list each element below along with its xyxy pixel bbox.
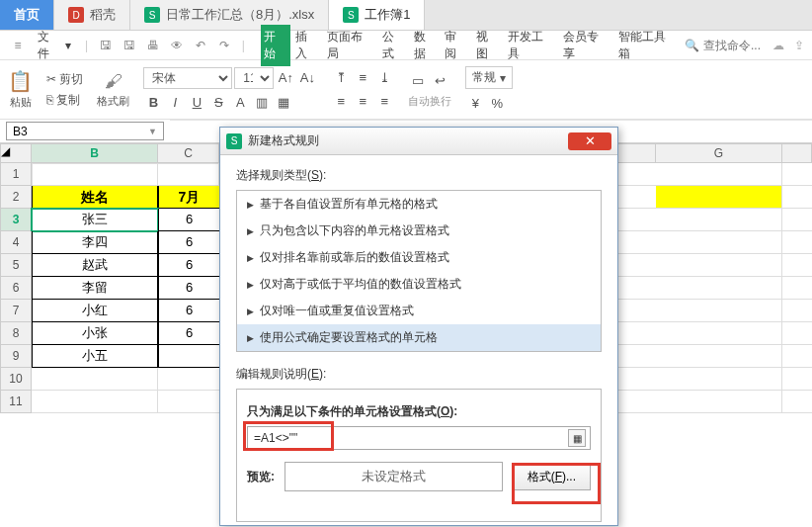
bold-button[interactable]: B <box>143 93 163 113</box>
cloud-icon[interactable]: ☁ <box>772 39 784 52</box>
tab-daoke[interactable]: D 稻壳 <box>54 0 130 30</box>
redo-icon[interactable]: ↷ <box>214 36 234 55</box>
ribbon-tab-dev[interactable]: 开发工具 <box>505 25 558 66</box>
wrap-icon[interactable]: ↩ <box>430 70 449 90</box>
undo-icon[interactable]: ↶ <box>191 36 210 55</box>
align-top-icon[interactable]: ⤒ <box>331 68 351 88</box>
fill-color-button[interactable]: ▥ <box>252 93 272 113</box>
cell[interactable] <box>656 277 782 300</box>
range-picker-icon[interactable]: ▦ <box>568 429 586 447</box>
font-select[interactable]: 宋体 <box>143 67 232 89</box>
percent-button[interactable]: % <box>487 93 507 113</box>
cell[interactable] <box>158 345 219 368</box>
select-all-corner[interactable]: ◢ <box>0 143 32 163</box>
font-color-button[interactable]: A <box>230 93 250 113</box>
align-right-icon[interactable]: ≡ <box>374 92 394 112</box>
cell[interactable]: 李留 <box>32 277 158 300</box>
ribbon-tab-layout[interactable]: 页面布局 <box>324 25 377 66</box>
col-header-C[interactable]: C <box>158 143 219 163</box>
cell-blank[interactable] <box>782 368 812 391</box>
row-header[interactable]: 4 <box>0 231 32 254</box>
cell[interactable]: 6 <box>158 209 219 231</box>
save-as-icon[interactable]: 🖫 <box>120 36 139 55</box>
menu-icon[interactable]: ≡ <box>8 36 28 55</box>
dialog-titlebar[interactable]: S 新建格式规则 ✕ <box>220 128 617 155</box>
cell[interactable]: 6 <box>158 231 219 254</box>
cell[interactable]: 张三 <box>32 209 158 231</box>
cell[interactable]: 姓名 <box>32 186 158 209</box>
rule-type-item[interactable]: ▶仅对唯一值或重复值设置格式 <box>237 298 601 324</box>
search-input[interactable] <box>703 39 763 52</box>
cell[interactable] <box>656 209 782 231</box>
cell-blank[interactable] <box>782 277 812 300</box>
rule-type-item[interactable]: ▶基于各自值设置所有单元格的格式 <box>237 191 601 218</box>
number-format-select[interactable]: 常规 ▾ <box>465 66 513 89</box>
preview-icon[interactable]: 👁 <box>167 36 187 55</box>
row-header[interactable]: 7 <box>0 300 32 322</box>
command-search[interactable]: 🔍 ☁ ⇪ <box>685 39 804 52</box>
cell[interactable] <box>158 368 219 391</box>
cell[interactable]: 小五 <box>32 345 158 368</box>
cell-blank[interactable] <box>782 231 812 254</box>
ribbon-tab-smart[interactable]: 智能工具箱 <box>615 25 681 66</box>
row-header[interactable]: 1 <box>0 163 32 186</box>
currency-button[interactable]: ¥ <box>465 93 485 113</box>
rule-type-item[interactable]: ▶仅对排名靠前或靠后的数值设置格式 <box>237 244 601 271</box>
cell[interactable] <box>656 163 782 186</box>
cell-blank[interactable] <box>782 322 812 345</box>
align-left-icon[interactable]: ≡ <box>331 92 351 112</box>
ribbon-tab-member[interactable]: 会员专享 <box>560 25 613 66</box>
formula-input[interactable]: =A1<>"" ▦ <box>247 426 591 450</box>
col-header-B[interactable]: B <box>32 143 158 163</box>
cell[interactable]: 6 <box>158 277 219 300</box>
align-bot-icon[interactable]: ⤓ <box>374 68 394 88</box>
file-menu[interactable]: 文件▾ <box>32 27 77 64</box>
row-header[interactable]: 8 <box>0 322 32 345</box>
ribbon-tab-view[interactable]: 视图 <box>473 25 503 66</box>
cell-blank[interactable] <box>782 345 812 368</box>
copy-button[interactable]: ⎘ 复制 <box>46 92 83 109</box>
cell[interactable] <box>656 231 782 254</box>
increase-font-icon[interactable]: A↑ <box>276 68 295 88</box>
cell-blank[interactable] <box>782 163 812 186</box>
cell[interactable] <box>656 254 782 277</box>
cell-blank[interactable] <box>782 254 812 277</box>
save-icon[interactable]: 🖫 <box>96 36 116 55</box>
cell[interactable] <box>32 163 158 186</box>
close-button[interactable]: ✕ <box>568 132 611 150</box>
ribbon-tab-review[interactable]: 审阅 <box>442 25 471 66</box>
row-header[interactable]: 3 <box>0 209 32 231</box>
cell[interactable]: 6 <box>158 322 219 345</box>
tab-home[interactable]: 首页 <box>0 0 54 30</box>
cell[interactable] <box>656 345 782 368</box>
cell[interactable]: 6 <box>158 300 219 322</box>
merge-icon[interactable]: ▭ <box>408 70 428 90</box>
row-header[interactable]: 5 <box>0 254 32 277</box>
format-button[interactable]: 格式(F)... <box>513 463 591 490</box>
cell-blank[interactable] <box>782 391 812 413</box>
cell[interactable] <box>656 300 782 322</box>
col-header-G[interactable]: G <box>656 143 782 163</box>
ribbon-tab-start[interactable]: 开始 <box>261 25 290 66</box>
cell[interactable] <box>656 368 782 391</box>
row-header[interactable]: 11 <box>0 391 32 413</box>
cell[interactable]: 小张 <box>32 322 158 345</box>
decrease-font-icon[interactable]: A↓ <box>297 68 317 88</box>
paste-icon[interactable]: 📋 <box>8 69 33 93</box>
cell[interactable] <box>32 391 158 413</box>
border-button[interactable]: ▦ <box>274 93 293 113</box>
print-icon[interactable]: 🖶 <box>143 36 163 55</box>
chevron-down-icon[interactable]: ▼ <box>148 127 157 136</box>
cell[interactable]: 小红 <box>32 300 158 322</box>
cell[interactable] <box>158 163 219 186</box>
row-header[interactable]: 2 <box>0 186 32 209</box>
name-box[interactable]: B3 ▼ <box>6 122 164 140</box>
format-painter[interactable]: 🖌 格式刷 <box>97 71 129 109</box>
cell[interactable] <box>656 391 782 413</box>
cell[interactable] <box>32 368 158 391</box>
ribbon-tab-formula[interactable]: 公式 <box>379 25 409 66</box>
rule-type-item[interactable]: ▶只为包含以下内容的单元格设置格式 <box>237 218 601 244</box>
align-mid-icon[interactable]: ≡ <box>353 68 372 88</box>
cell[interactable] <box>656 186 782 209</box>
cell-blank[interactable] <box>782 186 812 209</box>
